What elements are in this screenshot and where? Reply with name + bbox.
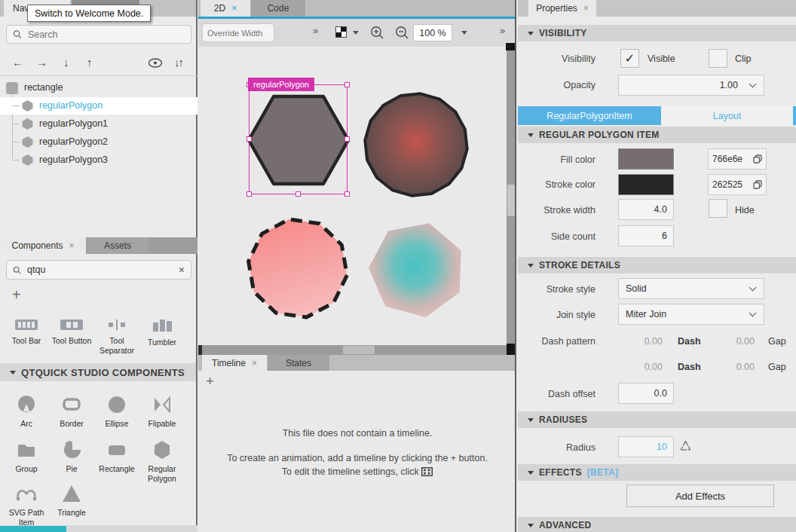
tree-row[interactable]: regularPolygon3 (0, 151, 197, 169)
gap2-value[interactable]: 0.00 (717, 362, 755, 372)
chevron-down-icon[interactable] (353, 31, 359, 35)
tab-components[interactable]: Components × (0, 237, 86, 254)
side-count-field[interactable]: 6 (618, 225, 674, 246)
component-tab-layout[interactable]: Layout (661, 106, 793, 125)
studio-item-flipable[interactable]: Flipable (139, 393, 185, 429)
navigator-search[interactable] (6, 25, 191, 44)
dash2-value[interactable]: 0.00 (625, 362, 663, 372)
visibility-section-header[interactable]: VISIBILITY (518, 25, 796, 41)
navigator-search-input[interactable] (28, 29, 185, 40)
component-item-toolbutton[interactable]: Tool Button (49, 320, 94, 346)
move-up-icon[interactable]: ↑ (87, 56, 93, 69)
tab-2d[interactable]: 2D × (201, 0, 250, 17)
selection-handle[interactable] (344, 136, 350, 142)
component-item-toolbar[interactable]: Tool Bar (4, 320, 49, 346)
clip-checkbox[interactable] (709, 49, 727, 68)
radiuses-header[interactable]: RADIUSES (518, 411, 796, 428)
components-filter[interactable]: × (6, 260, 191, 280)
add-component-icon[interactable]: + (12, 286, 21, 304)
opacity-field[interactable]: 1.00 (618, 75, 764, 96)
component-item-toolseparator[interactable]: Tool Separator (94, 320, 139, 356)
join-style-value: Miter Join (626, 309, 666, 320)
zoom-in-icon[interactable] (370, 26, 384, 40)
studio-components-header[interactable]: QTQUICK STUDIO COMPONENTS (0, 363, 196, 381)
visibility-eye-icon[interactable] (148, 58, 163, 68)
dash-offset-field[interactable]: 0.0 (618, 383, 674, 404)
studio-item-svg-path[interactable]: SVG Path Item (4, 482, 49, 527)
tab-timeline[interactable]: Timeline × (202, 355, 267, 371)
move-down-icon[interactable]: ↓ (63, 56, 69, 69)
tab-code[interactable]: Code (251, 0, 305, 17)
selection-handle[interactable] (246, 136, 252, 142)
background-pattern-icon[interactable] (335, 26, 347, 38)
studio-item-group[interactable]: Group (4, 439, 49, 474)
add-timeline-icon[interactable]: + (206, 373, 214, 390)
vertical-scrollbar-handle[interactable] (507, 185, 516, 216)
stroke-hex-value: 262525 (712, 179, 742, 190)
move-right-icon[interactable]: → (36, 56, 47, 69)
zoom-level-field[interactable]: 100 % (413, 24, 452, 41)
fill-color-swatch[interactable] (618, 148, 674, 170)
selection-handle[interactable] (246, 191, 252, 197)
dash1-value[interactable]: 0.00 (625, 336, 663, 347)
join-style-dropdown[interactable]: Miter Join (618, 304, 764, 325)
selection-handle[interactable] (344, 191, 350, 197)
tree-row-root[interactable]: rectangle (0, 79, 197, 97)
close-icon[interactable]: × (252, 358, 257, 368)
tree-row[interactable]: regularPolygon1 (0, 115, 197, 133)
fill-color-hex-field[interactable]: 766e6e (708, 148, 767, 170)
tab-assets[interactable]: Assets (87, 237, 148, 254)
studio-item-triangle[interactable]: Triangle (49, 482, 94, 518)
overflow-icon[interactable]: » (500, 25, 505, 36)
studio-item-ellipse[interactable]: Ellipse (94, 393, 139, 429)
studio-item-border[interactable]: Border (49, 393, 94, 429)
studio-item-rectangle[interactable]: Rectangle (94, 439, 139, 474)
stroke-details-header[interactable]: STROKE DETAILS (518, 257, 796, 274)
clear-icon[interactable]: × (179, 264, 185, 276)
2d-tab-label: 2D (214, 3, 225, 14)
add-effects-button[interactable]: Add Effects (626, 485, 774, 507)
stroke-color-hex-field[interactable]: 262525 (708, 174, 767, 195)
studio-item-arc[interactable]: Arc (4, 393, 49, 429)
studio-item-pie[interactable]: Pie (49, 439, 94, 474)
timeline-settings-icon[interactable] (421, 467, 433, 476)
overflow-icon[interactable]: » (313, 25, 318, 36)
polygon-section-header[interactable]: REGULAR POLYGON ITEM (518, 127, 796, 143)
components-filter-input[interactable] (27, 264, 173, 275)
copy-icon[interactable] (753, 180, 762, 189)
arc-icon (15, 393, 38, 416)
close-icon[interactable]: × (231, 3, 237, 14)
stroke-width-field[interactable]: 4.0 (618, 199, 674, 220)
tree-row[interactable]: regularPolygon2 (0, 133, 197, 151)
close-icon[interactable]: × (69, 240, 75, 251)
effects-header[interactable]: EFFECTS [BETA] (518, 464, 796, 481)
selection-handle[interactable] (295, 191, 301, 197)
gap1-value[interactable]: 0.00 (717, 336, 755, 347)
tree-row-selected[interactable]: regularPolygon (0, 97, 197, 115)
override-width-input[interactable] (202, 23, 274, 42)
selection-rect[interactable] (249, 84, 347, 194)
visible-checkbox[interactable]: ✓ (620, 49, 639, 68)
tab-states[interactable]: States (268, 355, 329, 371)
stroke-color-swatch[interactable] (618, 174, 674, 195)
stroke-style-dropdown[interactable]: Solid (618, 278, 764, 299)
binding-icon[interactable] (679, 439, 692, 452)
advanced-header[interactable]: ADVANCED (518, 517, 796, 532)
move-left-icon[interactable]: ← (12, 56, 23, 69)
studio-item-regular-polygon[interactable]: Regular Polygon (139, 439, 185, 484)
selection-handle[interactable] (344, 82, 350, 87)
tab-properties[interactable]: Properties × (528, 0, 596, 17)
chevron-down-icon[interactable] (749, 81, 757, 88)
copy-icon[interactable] (753, 154, 762, 164)
chevron-down-icon[interactable] (461, 31, 467, 35)
horizontal-scrollbar-handle[interactable] (343, 346, 375, 354)
visible-label: Visible (648, 54, 675, 64)
sort-updown-icon[interactable]: ↓↑ (174, 56, 182, 69)
component-tab-active[interactable]: RegularPolygonItem (518, 106, 661, 125)
close-icon[interactable]: × (583, 3, 589, 14)
radius-field[interactable]: 10 (618, 436, 674, 457)
hide-checkbox[interactable] (709, 199, 727, 218)
override-width-field[interactable] (207, 29, 269, 38)
zoom-out-icon[interactable] (395, 26, 409, 40)
component-item-tumbler[interactable]: Tumbler (139, 320, 185, 347)
